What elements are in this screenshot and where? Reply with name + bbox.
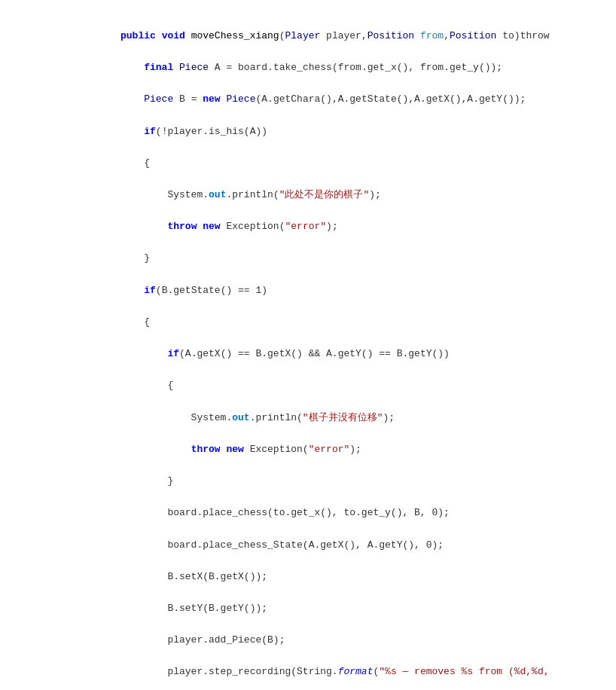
code-line: public void moveChess_xiang(Player playe… <box>120 28 616 44</box>
code-line: System.out.println("此处不是你的棋子"); <box>120 187 616 203</box>
movechess-code-section: public void moveChess_xiang(Player playe… <box>0 8 616 690</box>
code-line: { <box>120 314 616 330</box>
code-line: final Piece A = board.take_chess(from.ge… <box>120 60 616 75</box>
code-line: if(A.getX() == B.getX() && A.getY() == B… <box>120 346 616 362</box>
code-line: } <box>120 473 616 489</box>
movechess-code-block: public void moveChess_xiang(Player playe… <box>0 9 616 690</box>
code-line: { <box>120 155 616 171</box>
code-line: board.place_chess(to.get_x(), to.get_y()… <box>120 505 616 521</box>
code-line: } <box>120 250 616 266</box>
code-line: throw new Exception("error"); <box>120 441 616 457</box>
code-line: B.setX(B.getX()); <box>120 569 616 585</box>
code-line: if(!player.is_his(A)) <box>120 124 616 139</box>
code-line: System.out.println("棋子并没有位移"); <box>120 410 616 426</box>
page-container: public void moveChess_xiang(Player playe… <box>0 0 616 690</box>
code-line: B.setY(B.getY()); <box>120 600 616 616</box>
code-line: Piece B = new Piece(A.getChara(),A.getSt… <box>120 91 616 107</box>
code-line: player.add_Piece(B); <box>120 632 616 648</box>
code-line: { <box>120 377 616 393</box>
code-line: player.step_recording(String.format("%s … <box>120 664 616 679</box>
code-line: throw new Exception("error"); <box>120 218 616 234</box>
code-line: board.place_chess_State(A.getX(), A.getY… <box>120 537 616 553</box>
code-line: if(B.getState() == 1) <box>120 282 616 298</box>
